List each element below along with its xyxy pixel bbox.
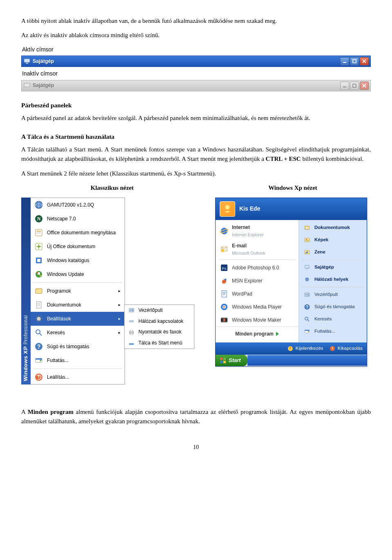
menu-item-label: Windows Movie Maker bbox=[232, 316, 281, 324]
classic-view-label: Klasszikus nézet bbox=[21, 183, 203, 193]
start-button[interactable]: Start bbox=[216, 355, 247, 366]
menu-item-label: Leállítás... bbox=[47, 373, 69, 381]
xp-item-ps[interactable]: PsAdobe Photoshop 6.0 bbox=[216, 261, 298, 274]
xp-item-msn[interactable]: MSN Explorer bbox=[216, 274, 298, 287]
svg-rect-33 bbox=[129, 309, 134, 312]
xp-right-mydocs[interactable]: Dokumentumok bbox=[299, 222, 367, 234]
shutdown-icon bbox=[329, 345, 336, 352]
xp-right-netplaces[interactable]: Hálózati helyek bbox=[299, 273, 367, 286]
xp-right-run[interactable]: Futtatás... bbox=[299, 325, 367, 338]
menu-item-label: Vezérlőpult bbox=[138, 307, 163, 314]
separator bbox=[302, 260, 363, 260]
separator bbox=[33, 369, 122, 369]
svg-rect-78 bbox=[220, 358, 223, 360]
programs-icon bbox=[34, 286, 44, 296]
classic-item-run[interactable]: Futtatás... bbox=[31, 353, 125, 367]
submenu-item-net[interactable]: Hálózati kapcsolatok bbox=[125, 316, 194, 327]
svg-rect-81 bbox=[223, 361, 226, 363]
xp-item-wmp[interactable]: Windows Media Player bbox=[216, 300, 298, 313]
classic-item-globe[interactable]: GAMUT2000 v1.2.0Q bbox=[31, 198, 125, 212]
classic-item-shutdown[interactable]: Leállítás... bbox=[31, 370, 125, 384]
submenu-item-printer[interactable]: Nyomtatók és faxok bbox=[125, 327, 194, 338]
menu-item-label: Hálózati helyek bbox=[314, 276, 348, 283]
submenu-item-cpl[interactable]: Vezérlőpult bbox=[125, 305, 194, 316]
dialog-paragraph: A párbeszéd panel az adatok bevitelére s… bbox=[21, 113, 371, 123]
submenu-item-taskbar[interactable]: Tálca és Start menü bbox=[125, 338, 194, 349]
classic-item-office-new[interactable]: Új Office dokumentum bbox=[31, 240, 125, 253]
xp-item-wordpad[interactable]: WordPad bbox=[216, 287, 298, 300]
xp-right-mymusic[interactable]: Zene bbox=[299, 246, 367, 258]
menu-item-label: Keresés bbox=[47, 329, 65, 337]
classic-item-settings[interactable]: Beállítások bbox=[31, 312, 125, 326]
maximize-button[interactable] bbox=[350, 57, 359, 65]
xp-right-mycomp[interactable]: Sajátgép bbox=[299, 261, 367, 273]
xp-item-wmm[interactable]: Windows Movie Maker bbox=[216, 313, 298, 327]
xp-right-mypics[interactable]: Képek bbox=[299, 234, 367, 246]
logoff-button[interactable]: Kijelentkezés bbox=[287, 345, 323, 352]
svg-rect-35 bbox=[132, 309, 134, 310]
svg-rect-17 bbox=[37, 259, 40, 262]
svg-rect-56 bbox=[221, 322, 227, 322]
close-button[interactable] bbox=[360, 57, 369, 65]
all-programs[interactable]: Minden program bbox=[216, 327, 298, 341]
outlook-icon bbox=[220, 244, 229, 253]
svg-rect-4 bbox=[24, 83, 30, 87]
wmm-icon bbox=[220, 316, 229, 324]
menu-item-label: GAMUT2000 v1.2.0Q bbox=[47, 201, 94, 209]
classic-item-netscape[interactable]: NNetscape 7.0 bbox=[31, 212, 125, 226]
intro-p2: Az aktív és inaktív ablakok címsora mind… bbox=[21, 31, 371, 40]
minimize-button[interactable] bbox=[340, 57, 349, 65]
svg-point-25 bbox=[37, 317, 41, 321]
menu-item-label: Sajátgép bbox=[314, 264, 334, 271]
xp-right-search[interactable]: Keresés bbox=[299, 313, 367, 325]
settings-icon bbox=[34, 314, 44, 324]
svg-rect-59 bbox=[305, 227, 308, 229]
classic-item-documents[interactable]: Dokumentumok bbox=[31, 298, 125, 312]
wmp-icon bbox=[220, 302, 229, 311]
xp-right-help[interactable]: ?Súgó és támogatás bbox=[299, 301, 367, 313]
svg-text:?: ? bbox=[306, 305, 308, 309]
xp-item-ie[interactable]: InternetInternet Explorer bbox=[216, 222, 298, 240]
classic-item-office[interactable]: Office dokumentum megnyitása bbox=[31, 226, 125, 240]
svg-rect-13 bbox=[37, 231, 41, 232]
svg-point-26 bbox=[36, 330, 40, 334]
menu-item-label: Futtatás... bbox=[47, 357, 69, 364]
svg-rect-7 bbox=[353, 84, 356, 87]
classic-item-update[interactable]: Windows Update bbox=[31, 267, 125, 281]
svg-rect-66 bbox=[305, 281, 308, 282]
svg-rect-63 bbox=[305, 265, 309, 268]
xp-item-outlook[interactable]: E-mailMicrosoft Outlook bbox=[216, 240, 298, 258]
cpl-icon bbox=[303, 291, 311, 299]
xp-right-cpl[interactable]: Vezérlőpult bbox=[299, 289, 367, 301]
maximize-button[interactable] bbox=[350, 82, 359, 90]
menu-item-label: Zene bbox=[314, 249, 325, 256]
svg-rect-5 bbox=[26, 87, 28, 88]
shutdown-button[interactable]: Kikapcsolás bbox=[329, 345, 363, 352]
xp-taskbar: Start bbox=[216, 355, 367, 366]
page-number: 10 bbox=[21, 443, 371, 452]
minimize-button[interactable] bbox=[340, 82, 349, 90]
svg-rect-20 bbox=[37, 272, 38, 273]
run-icon bbox=[34, 356, 44, 365]
classic-item-help[interactable]: ?Súgó és támogatás bbox=[31, 340, 125, 353]
svg-rect-14 bbox=[37, 233, 41, 233]
classic-item-catalog[interactable]: Windows katalógus bbox=[31, 253, 125, 267]
svg-rect-43 bbox=[129, 344, 131, 344]
menu-item-label: Képek bbox=[314, 236, 329, 244]
active-titlebar: Sajátgép bbox=[21, 56, 371, 67]
svg-rect-21 bbox=[40, 275, 41, 276]
classic-item-programs[interactable]: Programok bbox=[31, 284, 125, 298]
menu-item-label: Beállítások bbox=[47, 315, 71, 323]
help-icon: ? bbox=[34, 342, 44, 351]
svg-rect-79 bbox=[223, 358, 226, 360]
menu-item-label: Netscape 7.0 bbox=[47, 215, 76, 223]
msn-icon bbox=[220, 276, 229, 285]
classic-item-search[interactable]: Keresés bbox=[31, 326, 125, 340]
svg-point-50 bbox=[225, 278, 227, 280]
svg-point-38 bbox=[132, 320, 134, 322]
computer-icon bbox=[24, 58, 30, 64]
close-button[interactable] bbox=[360, 82, 369, 90]
menu-item-label: Windows Update bbox=[47, 271, 84, 278]
svg-point-57 bbox=[223, 319, 225, 321]
svg-point-73 bbox=[305, 317, 308, 320]
